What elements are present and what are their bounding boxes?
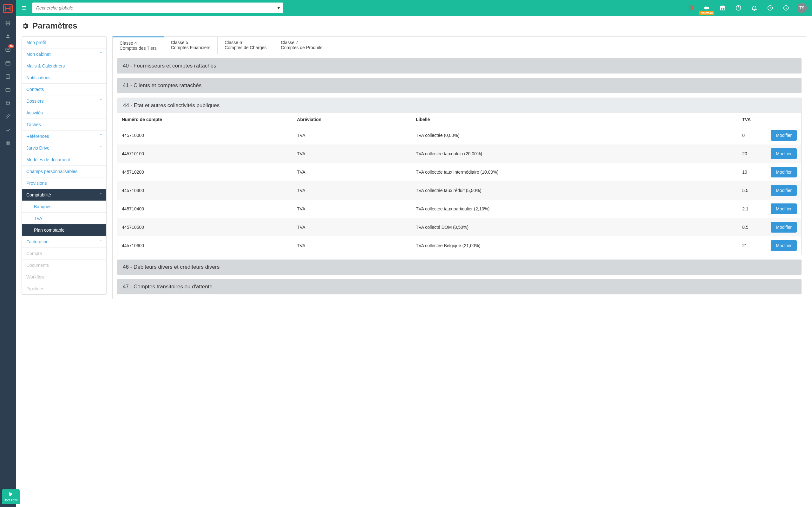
svg-rect-4 bbox=[6, 89, 10, 92]
add-icon[interactable] bbox=[763, 2, 777, 14]
sidemenu-item-mon-profil[interactable]: Mon profil bbox=[22, 37, 106, 49]
tab-line2: Comptes Financiers bbox=[171, 45, 211, 50]
table-row: 445710300TVATVA collectée taux réduit (5… bbox=[117, 181, 801, 200]
modify-button[interactable]: Modifier bbox=[771, 148, 797, 159]
tab-classe-5[interactable]: Classe 5Comptes Financiers bbox=[164, 37, 218, 54]
gift-icon[interactable] bbox=[716, 2, 729, 14]
sidemenu-item-contacts[interactable]: Contacts bbox=[22, 83, 106, 95]
tab-line1: Classe 4 bbox=[119, 41, 157, 46]
cell-tva: 5.5 bbox=[738, 181, 766, 200]
sidemenu-label: Comptabilité bbox=[26, 192, 51, 198]
sidemenu-item-banques[interactable]: Banques bbox=[22, 201, 106, 213]
rail-print-icon[interactable] bbox=[0, 96, 16, 110]
rail-mail-icon[interactable]: 29 bbox=[0, 43, 16, 56]
sidemenu-item-mod-les-de-document[interactable]: Modèles de document bbox=[22, 154, 106, 166]
tab-classe-4[interactable]: Classe 4Comptes des Tiers bbox=[113, 37, 164, 54]
sidemenu-item-tva[interactable]: TVA bbox=[22, 213, 106, 224]
page-title: Paramètres bbox=[21, 21, 806, 31]
rail-folders-icon[interactable] bbox=[0, 83, 16, 96]
modify-button[interactable]: Modifier bbox=[771, 204, 797, 214]
sidemenu-label: Dossiers bbox=[26, 99, 44, 104]
sidemenu-label: Banques bbox=[34, 204, 51, 209]
table-row: 445710600TVATVA collectée Belgique (21,0… bbox=[117, 236, 801, 255]
bell-icon[interactable] bbox=[747, 2, 761, 14]
sidemenu-item-jarvis-drive[interactable]: Jarvis Drive˅ bbox=[22, 142, 106, 154]
chevron-down-icon: ˅ bbox=[100, 99, 102, 103]
cell-abrev: TVA bbox=[293, 181, 411, 200]
clock-icon[interactable] bbox=[779, 2, 793, 14]
modify-button[interactable]: Modifier bbox=[771, 222, 797, 233]
tab-classe-6[interactable]: Classe 6Comptes de Charges bbox=[217, 37, 274, 54]
sidemenu-item-mon-cabinet[interactable]: Mon cabinet˅ bbox=[22, 49, 106, 60]
svg-rect-5 bbox=[6, 102, 10, 104]
sidemenu-label: Plan comptable bbox=[34, 228, 65, 233]
section-47[interactable]: 47 - Comptes transitoires ou d'attente bbox=[117, 279, 802, 294]
app-icon[interactable] bbox=[684, 2, 698, 14]
sidemenu-item-activit-s[interactable]: Activités bbox=[22, 107, 106, 119]
search-dropdown-icon[interactable]: ▾ bbox=[277, 5, 280, 10]
cell-num: 445710100 bbox=[117, 145, 293, 163]
section-41[interactable]: 41 - Clients et comptes rattachés bbox=[117, 78, 802, 93]
cell-tva: 20 bbox=[738, 145, 766, 163]
offline-indicator[interactable]: Hors ligne bbox=[2, 489, 20, 504]
avatar[interactable]: TS bbox=[797, 3, 807, 13]
cell-libelle: TVA collectée (0,00%) bbox=[411, 126, 738, 145]
rail-calendar-icon[interactable] bbox=[0, 56, 16, 70]
tab-line2: Comptes de Produits bbox=[281, 45, 322, 50]
section-46[interactable]: 46 - Débiteurs divers et créditeurs dive… bbox=[117, 260, 802, 275]
modify-button[interactable]: Modifier bbox=[771, 240, 797, 251]
sidemenu-label: Compte bbox=[26, 251, 42, 256]
global-search-input[interactable] bbox=[32, 3, 283, 13]
section-44[interactable]: 44 - Etat et autres collectivités publiq… bbox=[117, 98, 801, 113]
sidemenu-item-plan-comptable[interactable]: Plan comptable bbox=[22, 224, 106, 236]
sidemenu-item-mails-calendriers[interactable]: Mails & Calendriers bbox=[22, 60, 106, 72]
sidemenu-label: Jarvis Drive bbox=[26, 146, 49, 151]
modify-button[interactable]: Modifier bbox=[771, 130, 797, 141]
page-title-text: Paramètres bbox=[32, 21, 78, 31]
offline-label: Hors ligne bbox=[3, 498, 18, 502]
th-num: Numéro de compte bbox=[117, 113, 293, 126]
sidemenu-label: Tâches bbox=[26, 122, 41, 127]
th-libelle: Libellé bbox=[411, 113, 738, 126]
rail-tasks-icon[interactable] bbox=[0, 70, 16, 83]
cell-tva: 8.5 bbox=[738, 218, 766, 236]
cell-libelle: TVA collectée taux réduit (5,50%) bbox=[411, 181, 738, 200]
top-icons: Nouveau TS bbox=[684, 2, 807, 14]
section-40[interactable]: 40 - Fournisseurs et comptes rattachés bbox=[117, 58, 802, 73]
sidemenu-item-r-f-rences[interactable]: Références˅ bbox=[22, 130, 106, 142]
rail-stats-icon[interactable] bbox=[0, 123, 16, 136]
rail-contacts-icon[interactable] bbox=[0, 30, 16, 43]
rail-grid-icon[interactable] bbox=[0, 136, 16, 150]
sidemenu-item-provisions[interactable]: Provisions bbox=[22, 177, 106, 189]
sidemenu-item-facturation[interactable]: Facturation˅ bbox=[22, 236, 106, 248]
sidemenu-item-t-ches[interactable]: Tâches bbox=[22, 119, 106, 130]
tab-classe-7[interactable]: Classe 7Comptes de Produits bbox=[274, 37, 329, 54]
sidemenu-item-dossiers[interactable]: Dossiers˅ bbox=[22, 95, 106, 107]
video-icon[interactable]: Nouveau bbox=[700, 2, 714, 14]
cell-abrev: TVA bbox=[293, 163, 411, 181]
main-panel: Classe 4Comptes des TiersClasse 5Comptes… bbox=[112, 37, 806, 303]
sidemenu-item-notifications[interactable]: Notifications bbox=[22, 72, 106, 83]
sidemenu-label: Références bbox=[26, 134, 49, 139]
sidemenu-item-pipelines: Pipelines bbox=[22, 283, 106, 294]
settings-sidemenu: Mon profilMon cabinet˅Mails & Calendrier… bbox=[21, 37, 107, 295]
global-search: ▾ bbox=[32, 3, 283, 13]
svg-rect-11 bbox=[705, 7, 708, 9]
sidemenu-label: Mon profil bbox=[26, 40, 46, 45]
sidemenu-label: Mails & Calendriers bbox=[26, 63, 65, 68]
cell-num: 445710300 bbox=[117, 181, 293, 200]
cell-abrev: TVA bbox=[293, 145, 411, 163]
cell-libelle: TVA collectée taux particulier (2,10%) bbox=[411, 200, 738, 218]
sidemenu-label: Workflow bbox=[26, 274, 44, 279]
menu-toggle-icon[interactable] bbox=[18, 3, 29, 13]
modify-button[interactable]: Modifier bbox=[771, 167, 797, 177]
cell-libelle: TVA collectée taux intermédiaire (10,00%… bbox=[411, 163, 738, 181]
help-icon[interactable] bbox=[731, 2, 745, 14]
svg-rect-7 bbox=[8, 141, 10, 143]
chevron-down-icon: ˅ bbox=[100, 239, 102, 244]
sidemenu-item-champs-personnalisables[interactable]: Champs personnalisables bbox=[22, 166, 106, 177]
sidemenu-item-comptabilit-[interactable]: Comptabilité˄ bbox=[22, 189, 106, 201]
rail-dashboard-icon[interactable] bbox=[0, 16, 16, 30]
modify-button[interactable]: Modifier bbox=[771, 185, 797, 196]
rail-edit-icon[interactable] bbox=[0, 110, 16, 123]
